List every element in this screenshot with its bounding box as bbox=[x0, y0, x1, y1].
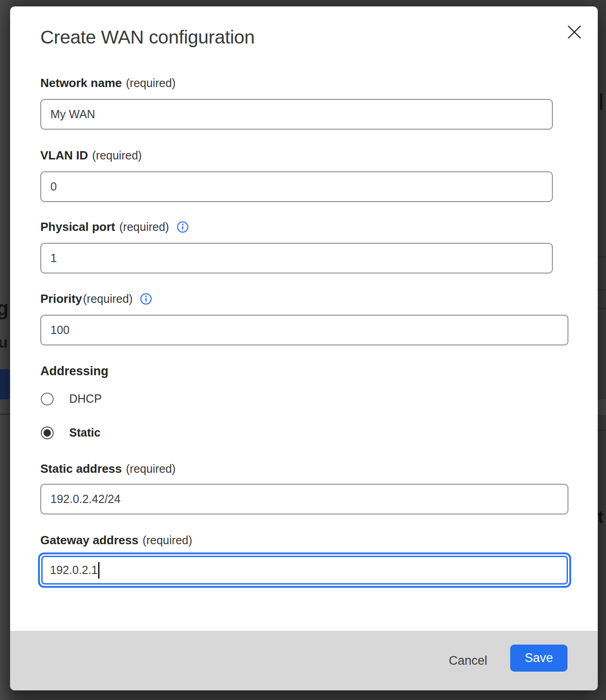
physical-port-input[interactable]: 1 bbox=[40, 243, 553, 273]
background-text-fragment: t bbox=[598, 508, 603, 527]
modal-footer: Cancel Save bbox=[10, 631, 598, 690]
background-divider-fragment bbox=[598, 308, 606, 309]
cancel-button[interactable]: Cancel bbox=[438, 647, 498, 674]
text-caret bbox=[98, 562, 99, 579]
background-divider-fragment bbox=[0, 414, 10, 415]
vlan-id-label: VLAN ID (required) bbox=[40, 148, 142, 163]
save-button[interactable]: Save bbox=[510, 645, 567, 672]
background-divider-fragment bbox=[598, 257, 606, 257]
background-divider-fragment bbox=[598, 290, 606, 290]
priority-label: Priority (required) bbox=[40, 292, 152, 306]
info-icon[interactable] bbox=[140, 293, 152, 305]
priority-input[interactable]: 100 bbox=[40, 315, 568, 345]
gateway-address-input[interactable]: 192.0.2.1 bbox=[41, 556, 568, 585]
physical-port-label: Physical port (required) bbox=[40, 220, 189, 234]
background-row-fragment bbox=[598, 399, 606, 415]
background-text-fragment: g bbox=[0, 297, 9, 320]
vlan-id-input[interactable]: 0 bbox=[40, 171, 553, 202]
create-wan-modal: Create WAN configuration Network name (r… bbox=[10, 6, 598, 690]
close-button[interactable] bbox=[566, 23, 583, 41]
static-address-input[interactable]: 192.0.2.42/24 bbox=[40, 484, 568, 514]
close-icon bbox=[566, 23, 583, 41]
gateway-address-label: Gateway address (required) bbox=[40, 533, 192, 547]
addressing-heading: Addressing bbox=[40, 364, 109, 378]
gateway-address-focus-ring: 192.0.2.1 bbox=[38, 552, 571, 588]
radio-option-dhcp[interactable]: DHCP bbox=[41, 392, 102, 405]
radio-button[interactable] bbox=[41, 393, 54, 405]
radio-button[interactable] bbox=[41, 427, 54, 439]
info-icon[interactable] bbox=[176, 221, 189, 233]
background-text-fragment bbox=[600, 93, 602, 110]
modal-title: Create WAN configuration bbox=[40, 27, 255, 48]
network-name-input[interactable]: My WAN bbox=[40, 99, 553, 130]
radio-option-static[interactable]: Static bbox=[41, 426, 100, 439]
background-text-fragment: u bbox=[0, 334, 8, 351]
network-name-label: Network name (required) bbox=[40, 76, 176, 90]
background-divider-fragment bbox=[598, 430, 606, 431]
background-button-fragment bbox=[0, 369, 9, 399]
static-address-label: Static address (required) bbox=[40, 462, 176, 476]
